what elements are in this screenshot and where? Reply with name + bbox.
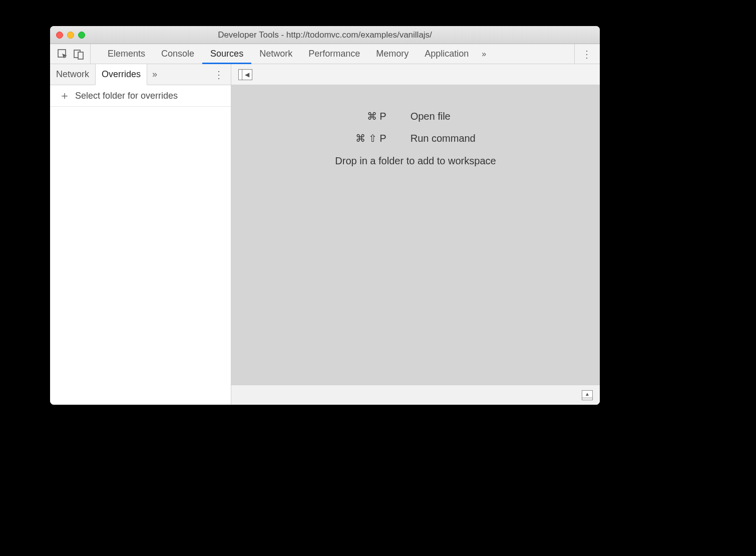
chevron-double-right-icon: » [482,50,486,59]
tab-label: Console [161,49,194,59]
tab-label: Application [425,49,469,59]
main-tabs: Elements Console Sources Network Perform… [91,44,571,64]
left-tools [50,44,91,64]
tab-label: Overrides [102,69,141,80]
svg-rect-2 [78,52,83,59]
toggle-navigator-icon[interactable]: ◀ [238,69,252,80]
more-options-icon[interactable]: ⋮ [582,48,593,60]
window-controls [56,32,85,39]
navigator-more-options-icon[interactable]: ⋮ [207,64,231,85]
shortcut-keys: ⌘ ⇧ P [355,132,386,144]
tab-label: Performance [308,49,360,59]
select-folder-for-overrides-button[interactable]: ＋ Select folder for overrides [50,85,231,107]
shortcut-label-open-file: Open file [411,111,476,122]
navigator-tabs: Network Overrides » ⋮ [50,64,231,85]
tab-memory[interactable]: Memory [368,44,417,64]
tab-application[interactable]: Application [417,44,477,64]
window-title: Developer Tools - http://todomvc.com/exa… [50,30,600,40]
inspect-element-icon[interactable] [57,49,68,60]
select-folder-label: Select folder for overrides [75,91,178,101]
main-tab-bar: Elements Console Sources Network Perform… [50,44,600,64]
tabs-overflow-button[interactable]: » [477,44,491,64]
editor-tabbar: ◀ [231,64,600,85]
titlebar: Developer Tools - http://todomvc.com/exa… [50,26,600,44]
navigator-tab-overrides[interactable]: Overrides [95,64,147,85]
devtools-window: Developer Tools - http://todomvc.com/exa… [50,26,600,405]
chevron-double-right-icon: » [152,69,157,80]
tab-console[interactable]: Console [153,44,202,64]
minimize-window-button[interactable] [67,32,74,39]
shortcut-keys: ⌘ P [355,110,386,122]
editor-empty-state: ⌘ P Open file ⌘ ⇧ P Run command Drop in … [231,85,600,385]
tab-network[interactable]: Network [251,44,300,64]
device-toolbar-icon[interactable] [73,49,84,60]
plus-icon: ＋ [59,90,70,101]
spacer [162,64,207,85]
tab-label: Memory [376,49,409,59]
toggle-drawer-icon[interactable]: ▲ [582,390,593,400]
tab-label: Elements [108,49,145,59]
tab-elements[interactable]: Elements [100,44,153,64]
navigator-panel: Network Overrides » ⋮ ＋ Select folder fo… [50,64,231,405]
navigator-tab-network[interactable]: Network [50,64,95,85]
navigator-body: ＋ Select folder for overrides [50,85,231,405]
workspace-drop-hint: Drop in a folder to add to workspace [335,155,496,167]
tab-label: Network [259,49,292,59]
close-window-button[interactable] [56,32,63,39]
main-tabs-right: ⋮ [574,44,600,64]
shortcut-grid: ⌘ P Open file ⌘ ⇧ P Run command [355,110,476,144]
tab-performance[interactable]: Performance [300,44,368,64]
editor-panel: ◀ ⌘ P Open file ⌘ ⇧ P Run command Drop i… [231,64,600,405]
editor-footer: ▲ [231,385,600,405]
navigator-tabs-overflow[interactable]: » [147,64,162,85]
tab-sources[interactable]: Sources [202,44,251,64]
sources-split: Network Overrides » ⋮ ＋ Select folder fo… [50,64,600,405]
tab-label: Network [56,69,89,80]
shortcut-label-run-command: Run command [411,133,476,144]
tab-label: Sources [210,49,243,59]
zoom-window-button[interactable] [78,32,85,39]
